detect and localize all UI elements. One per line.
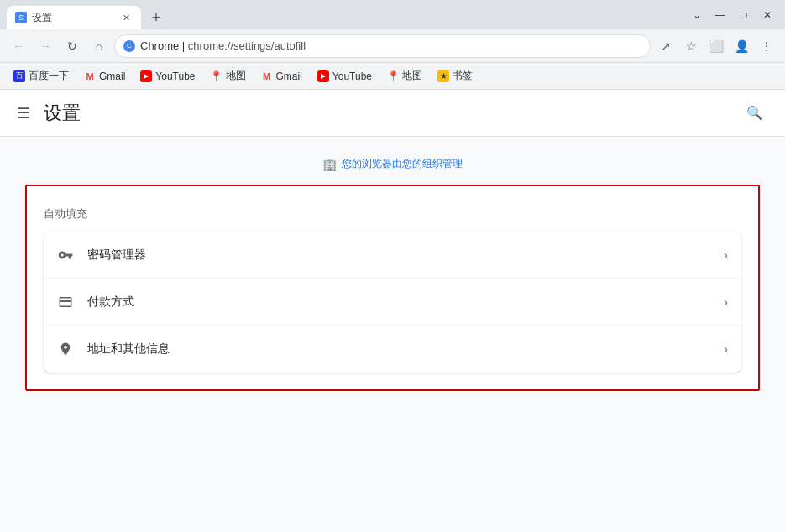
maximize-button[interactable]: □ [733,4,755,26]
close-icon: ✕ [763,9,772,21]
address-bar[interactable]: C Chrome | chrome://settings/autofill [114,34,651,58]
menu-button[interactable]: ⋮ [755,34,778,58]
address-arrow: › [724,342,728,356]
chevron-icon: ⌄ [693,9,701,21]
forward-button[interactable]: → [34,34,57,58]
passwords-label: 密码管理器 [87,248,710,263]
bookmark-youtube-2[interactable]: ▶ YouTube [311,68,379,85]
titlebar: S 设置 ✕ + ⌄ — □ ✕ [0,0,785,29]
close-button[interactable]: ✕ [756,4,778,26]
settings-page: ☰ 设置 🔍 🏢 您的浏览器由您的组织管理 自动填充 密码管 [0,90,785,532]
address-separator: | [179,39,188,52]
home-icon: ⌂ [96,39,102,53]
bookmark-maps-1[interactable]: 📍 地图 [204,66,253,86]
youtube-icon-2: ▶ [317,70,329,82]
new-tab-button[interactable]: + [144,6,168,29]
reload-icon: ↻ [67,39,77,53]
bookmark-maps-1-label: 地图 [226,69,246,83]
bookmark-bookmarks[interactable]: ★ 书签 [431,66,479,86]
bookmark-gmail-2-label: Gmail [276,70,302,82]
tab-favicon: S [15,12,27,23]
bookmark-gmail-1[interactable]: M Gmail [77,68,132,85]
bookmark-maps-2[interactable]: 📍 地图 [380,66,429,86]
payment-arrow: › [724,295,728,309]
settings-content: 🏢 您的浏览器由您的组织管理 自动填充 密码管理器 › [0,137,785,532]
bookmark-button[interactable]: ☆ [679,34,703,58]
youtube-icon-1: ▶ [140,70,152,82]
nav-right-buttons: ↗ ☆ ⬜ 👤 ⋮ [654,34,778,58]
page-title: 设置 [44,101,81,126]
hamburger-menu-button[interactable]: ☰ [17,104,30,123]
profile-button[interactable]: 👤 [730,34,753,58]
tab-area: S 设置 ✕ + [7,0,686,29]
maximize-icon: □ [741,9,746,21]
home-button[interactable]: ⌂ [87,34,111,58]
bookmarks-bar: 百 百度一下 M Gmail ▶ YouTube 📍 地图 M Gmail ▶ … [0,63,785,90]
gmail-icon-2: M [261,70,273,82]
site-icon: C [123,40,135,52]
tab-label: 设置 [32,11,52,25]
autofill-card: 密码管理器 › 付款方式 › [44,232,741,373]
address-url: chrome://settings/autofill [188,39,306,52]
minimize-button[interactable]: — [709,4,731,26]
share-icon: ↗ [661,39,671,53]
back-button[interactable]: ← [7,34,30,58]
maps-icon-2: 📍 [387,70,399,82]
address-label: 地址和其他信息 [87,342,710,357]
extension-button[interactable]: ⬜ [704,34,728,58]
policy-banner[interactable]: 🏢 您的浏览器由您的组织管理 [0,150,785,178]
settings-header: ☰ 设置 🔍 [0,90,785,137]
key-icon [57,247,74,263]
menu-icon: ⋮ [761,39,772,53]
payment-item[interactable]: 付款方式 › [44,279,741,326]
back-icon: ← [13,39,24,53]
payment-label: 付款方式 [87,295,710,310]
minimize-icon: — [715,9,725,21]
bookmark-gmail-2[interactable]: M Gmail [254,68,309,85]
bookmark-youtube-1-label: YouTube [155,70,195,82]
address-brand: Chrome [140,39,179,52]
reload-button[interactable]: ↻ [60,34,84,58]
search-button[interactable]: 🔍 [741,100,768,127]
baidu-icon: 百 [13,70,25,82]
maps-icon-1: 📍 [211,70,222,82]
star-icon: ☆ [686,39,697,53]
card-icon [57,294,74,310]
window-controls: ⌄ — □ ✕ [686,4,778,26]
extension-icon: ⬜ [709,39,724,53]
pin-icon [57,341,74,357]
bookmark-youtube-1[interactable]: ▶ YouTube [133,68,201,85]
policy-text: 您的浏览器由您的组织管理 [342,157,463,171]
forward-icon: → [39,39,51,53]
policy-icon: 🏢 [322,158,337,171]
address-text: Chrome | chrome://settings/autofill [140,39,306,52]
bookmark-bookmarks-label: 书签 [453,69,473,83]
gmail-icon-1: M [84,70,96,82]
chevron-button[interactable]: ⌄ [686,4,708,26]
share-button[interactable]: ↗ [654,34,678,58]
bookmark-youtube-2-label: YouTube [332,70,372,82]
address-item[interactable]: 地址和其他信息 › [44,326,741,373]
bookmark-baidu[interactable]: 百 百度一下 [7,66,76,86]
navbar: ← → ↻ ⌂ C Chrome | chrome://settings/aut… [0,29,785,63]
bookmark-maps-2-label: 地图 [402,69,422,83]
bookmark-gmail-1-label: Gmail [99,70,125,82]
settings-tab[interactable]: S 设置 ✕ [7,6,141,29]
autofill-highlighted-section: 自动填充 密码管理器 › [25,185,760,391]
profile-icon: 👤 [735,39,749,53]
bookmark-baidu-label: 百度一下 [29,69,69,83]
autofill-section-label: 自动填充 [44,203,741,225]
passwords-item[interactable]: 密码管理器 › [44,232,741,279]
tab-close-button[interactable]: ✕ [119,11,133,24]
bookmarks-icon: ★ [437,70,449,82]
search-icon: 🔍 [746,105,763,121]
passwords-arrow: › [724,248,728,262]
